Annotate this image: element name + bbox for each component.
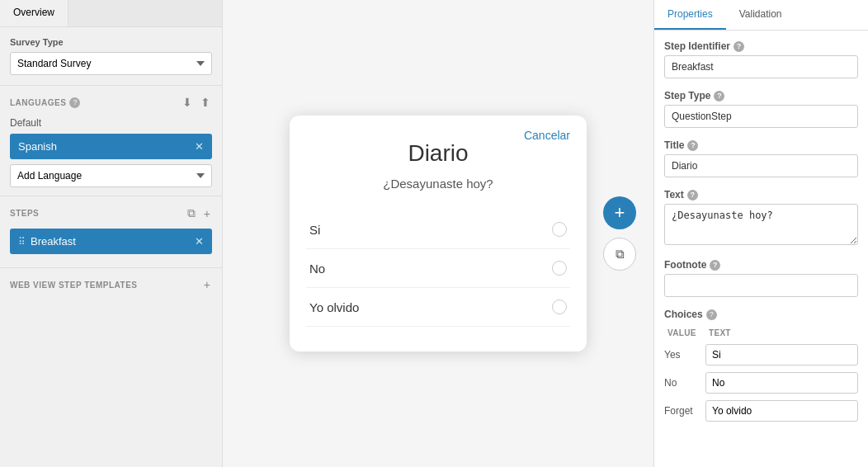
radio-si[interactable] bbox=[552, 222, 567, 237]
choice-label-yo-olvido: Yo olvido bbox=[309, 300, 359, 314]
col-value: VALUE bbox=[664, 325, 705, 341]
right-panel-tabs: Properties Validation bbox=[654, 0, 868, 31]
cancel-button[interactable]: Cancelar bbox=[524, 129, 570, 142]
title-help-icon[interactable]: ? bbox=[687, 140, 698, 151]
tab-properties[interactable]: Properties bbox=[654, 0, 726, 30]
survey-type-label: Survey Type bbox=[10, 37, 212, 47]
choice-row-yes: Yes bbox=[664, 341, 858, 369]
step-identifier-help-icon[interactable]: ? bbox=[734, 41, 744, 52]
step-item-breakfast[interactable]: ⠿ Breakfast ✕ bbox=[10, 229, 212, 254]
survey-type-section: Survey Type Standard Survey bbox=[0, 27, 222, 85]
web-view-section: WEB VIEW STEP TEMPLATES + bbox=[0, 267, 222, 301]
step-type-label: Step Type ? bbox=[664, 90, 858, 101]
choice-label-no: No bbox=[309, 262, 325, 276]
choice-text-yes[interactable] bbox=[705, 344, 858, 366]
choice-value-forget: Forget bbox=[664, 397, 705, 425]
step-identifier-label: Step Identifier ? bbox=[664, 40, 858, 52]
web-view-header: WEB VIEW STEP TEMPLATES + bbox=[10, 276, 212, 293]
text-group: Text ? ¿Desayunaste hoy? bbox=[664, 189, 858, 248]
survey-title: Diario bbox=[306, 140, 570, 167]
survey-question: ¿Desayunaste hoy? bbox=[306, 177, 570, 191]
choices-label: Choices bbox=[664, 309, 703, 320]
add-language-select[interactable]: Add Language bbox=[10, 164, 212, 187]
choice-row-forget: Forget bbox=[664, 397, 858, 425]
preview-container: Cancelar Diario ¿Desayunaste hoy? Si No … bbox=[290, 116, 587, 351]
step-type-group: Step Type ? bbox=[664, 90, 858, 128]
languages-download-button[interactable]: ⬇ bbox=[181, 94, 194, 111]
add-web-view-button[interactable]: + bbox=[202, 276, 212, 293]
title-input[interactable] bbox=[664, 154, 858, 177]
title-label: Title ? bbox=[664, 139, 858, 151]
footnote-label: Footnote ? bbox=[664, 259, 858, 271]
languages-header: LANGUAGES ? ⬇ ⬆ bbox=[10, 94, 212, 111]
step-identifier-group: Step Identifier ? bbox=[664, 40, 858, 78]
choice-row-no: No bbox=[664, 369, 858, 397]
copy-step-button[interactable]: ⧉ bbox=[186, 205, 197, 222]
step-identifier-input[interactable] bbox=[664, 55, 858, 78]
sidebar: Overview Survey Type Standard Survey LAN… bbox=[0, 0, 223, 467]
languages-section: LANGUAGES ? ⬇ ⬆ Default Spanish ✕ bbox=[0, 86, 222, 196]
steps-label: STEPS bbox=[10, 209, 39, 218]
delete-spanish-button[interactable]: ✕ bbox=[195, 140, 204, 153]
steps-section: STEPS ⧉ + ⠿ Breakfast ✕ bbox=[0, 196, 222, 267]
choice-item-si[interactable]: Si bbox=[306, 210, 570, 249]
col-text: TEXT bbox=[705, 325, 858, 341]
right-panel-body: Step Identifier ? Step Type ? Title ? Te… bbox=[654, 31, 868, 446]
add-float-button[interactable]: + bbox=[603, 196, 636, 229]
right-panel: Properties Validation Step Identifier ? … bbox=[653, 0, 868, 467]
web-view-label: WEB VIEW STEP TEMPLATES bbox=[10, 281, 137, 290]
main-preview: Cancelar Diario ¿Desayunaste hoy? Si No … bbox=[223, 0, 653, 467]
floating-buttons: + ⧉ bbox=[603, 196, 636, 271]
languages-help-icon[interactable]: ? bbox=[69, 97, 80, 108]
choice-label-si: Si bbox=[309, 223, 320, 237]
footnote-help-icon[interactable]: ? bbox=[710, 260, 720, 271]
sidebar-tabs: Overview bbox=[0, 0, 222, 27]
text-textarea[interactable]: ¿Desayunaste hoy? bbox=[664, 204, 858, 245]
tab-validation[interactable]: Validation bbox=[726, 0, 795, 30]
choice-item-no[interactable]: No bbox=[306, 249, 570, 288]
choice-text-no[interactable] bbox=[705, 372, 858, 394]
step-type-input[interactable] bbox=[664, 105, 858, 128]
spanish-label: Spanish bbox=[18, 140, 57, 153]
step-label: Breakfast bbox=[31, 235, 76, 248]
choices-list: Si No Yo olvido bbox=[306, 210, 570, 327]
choices-header: Choices ? bbox=[664, 309, 858, 320]
choice-text-forget[interactable] bbox=[705, 400, 858, 422]
default-language-label: Default bbox=[10, 117, 212, 129]
text-help-icon[interactable]: ? bbox=[687, 190, 698, 200]
tab-overview[interactable]: Overview bbox=[0, 0, 68, 26]
add-step-button[interactable]: + bbox=[202, 205, 212, 222]
choice-value-yes: Yes bbox=[664, 341, 705, 369]
step-type-help-icon[interactable]: ? bbox=[714, 91, 724, 101]
choice-item-yo-olvido[interactable]: Yo olvido bbox=[306, 288, 570, 327]
radio-yo-olvido[interactable] bbox=[552, 300, 567, 314]
languages-upload-button[interactable]: ⬆ bbox=[199, 94, 212, 111]
footnote-group: Footnote ? bbox=[664, 259, 858, 297]
delete-step-button[interactable]: ✕ bbox=[195, 235, 204, 248]
steps-header: STEPS ⧉ + bbox=[10, 205, 212, 222]
survey-type-select[interactable]: Standard Survey bbox=[10, 52, 212, 75]
phone-frame: Cancelar Diario ¿Desayunaste hoy? Si No … bbox=[290, 116, 587, 351]
drag-handle-icon: ⠿ bbox=[18, 236, 26, 248]
choices-group: Choices ? VALUE TEXT Yes bbox=[664, 309, 858, 425]
languages-label: LANGUAGES bbox=[10, 98, 66, 107]
copy-float-button[interactable]: ⧉ bbox=[603, 238, 636, 271]
footnote-input[interactable] bbox=[664, 274, 858, 297]
title-group: Title ? bbox=[664, 139, 858, 177]
choices-table: VALUE TEXT Yes No bbox=[664, 325, 858, 425]
language-item-spanish[interactable]: Spanish ✕ bbox=[10, 134, 212, 159]
radio-no[interactable] bbox=[552, 261, 567, 276]
choices-help-icon[interactable]: ? bbox=[706, 309, 717, 320]
text-label: Text ? bbox=[664, 189, 858, 200]
choice-value-no: No bbox=[664, 369, 705, 397]
